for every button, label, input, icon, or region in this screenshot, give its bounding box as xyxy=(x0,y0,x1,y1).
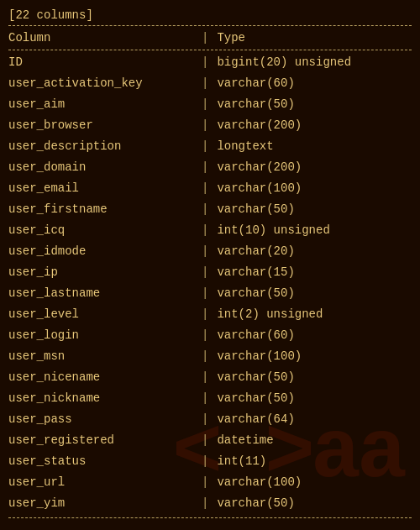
table-cell-column-type: datetime xyxy=(217,432,412,449)
table-cell-column-name: user_registered xyxy=(8,432,202,449)
terminal-container: < >aa [22 columns] Column | Type ID|bigi… xyxy=(0,0,420,530)
table-cell-column-type: varchar(64) xyxy=(217,411,412,428)
table-cell-column-type: longtext xyxy=(217,138,412,155)
col-separator-row: | xyxy=(202,306,208,323)
table-row: user_pass|varchar(64) xyxy=(0,409,420,430)
table-row: user_idmode|varchar(20) xyxy=(0,241,420,262)
table-cell-column-type: int(10) unsigned xyxy=(217,222,412,239)
table-cell-column-name: user_email xyxy=(8,180,202,197)
table-cell-column-name: user_nickname xyxy=(8,390,202,407)
table-cell-column-name: user_description xyxy=(8,138,202,155)
table-cell-column-name: user_msn xyxy=(8,348,202,365)
table-row: user_activation_key|varchar(60) xyxy=(0,73,420,94)
table-cell-column-type: varchar(50) xyxy=(217,369,412,386)
col-header-type: Type xyxy=(217,31,412,45)
col-separator-row: | xyxy=(202,96,208,113)
table-row: user_msn|varchar(100) xyxy=(0,346,420,367)
table-row: user_description|longtext xyxy=(0,136,420,157)
table-row: user_level|int(2) unsigned xyxy=(0,304,420,325)
table-cell-column-name: user_icq xyxy=(8,222,202,239)
col-separator-row: | xyxy=(202,180,208,197)
col-separator-row: | xyxy=(202,75,208,92)
table-row: user_status|int(11) xyxy=(0,451,420,472)
col-separator-row: | xyxy=(202,222,208,239)
col-separator-row: | xyxy=(202,411,208,428)
divider-bottom xyxy=(8,517,412,518)
table-cell-column-type: varchar(60) xyxy=(217,327,412,344)
table-row: user_email|varchar(100) xyxy=(0,178,420,199)
table-row: user_ip|varchar(15) xyxy=(0,262,420,283)
table-row: ID|bigint(20) unsigned xyxy=(0,52,420,73)
table-row: user_domain|varchar(200) xyxy=(0,157,420,178)
table-cell-column-type: varchar(60) xyxy=(217,75,412,92)
table-cell-column-name: user_browser xyxy=(8,117,202,134)
col-separator-row: | xyxy=(202,453,208,470)
col-separator-row: | xyxy=(202,369,208,386)
table-cell-column-type: varchar(100) xyxy=(217,348,412,365)
col-separator-row: | xyxy=(202,54,208,71)
col-separator-header: | xyxy=(202,31,208,45)
table-row: user_nicename|varchar(50) xyxy=(0,367,420,388)
table-cell-column-type: int(2) unsigned xyxy=(217,306,412,323)
table-cell-column-type: bigint(20) unsigned xyxy=(217,54,412,71)
table-row: user_lastname|varchar(50) xyxy=(0,283,420,304)
table-cell-column-name: user_lastname xyxy=(8,285,202,302)
col-separator-row: | xyxy=(202,117,208,134)
table-row: user_login|varchar(60) xyxy=(0,325,420,346)
table-cell-column-type: varchar(15) xyxy=(217,264,412,281)
col-separator-row: | xyxy=(202,390,208,407)
col-separator-row: | xyxy=(202,432,208,449)
col-separator-row: | xyxy=(202,243,208,260)
table-row: user_aim|varchar(50) xyxy=(0,94,420,115)
table-cell-column-name: user_yim xyxy=(8,495,202,512)
table-cell-column-type: varchar(50) xyxy=(217,390,412,407)
table-row: user_nickname|varchar(50) xyxy=(0,388,420,409)
table-cell-column-type: varchar(200) xyxy=(217,117,412,134)
divider-top xyxy=(8,25,412,26)
col-separator-row: | xyxy=(202,201,208,218)
col-separator-row: | xyxy=(202,327,208,344)
col-separator-row: | xyxy=(202,138,208,155)
table-body: ID|bigint(20) unsigneduser_activation_ke… xyxy=(0,52,420,514)
col-separator-row: | xyxy=(202,264,208,281)
table-cell-column-name: user_ip xyxy=(8,264,202,281)
col-header-name: Column xyxy=(8,31,202,45)
table-cell-column-name: user_aim xyxy=(8,96,202,113)
table-cell-column-name: ID xyxy=(8,54,202,71)
table-cell-column-type: int(11) xyxy=(217,453,412,470)
table-cell-column-name: user_domain xyxy=(8,159,202,176)
table-cell-column-name: user_activation_key xyxy=(8,75,202,92)
divider-mid xyxy=(8,50,412,50)
table-cell-column-name: user_idmode xyxy=(8,243,202,260)
table-row: user_firstname|varchar(50) xyxy=(0,199,420,220)
col-separator-row: | xyxy=(202,474,208,491)
table-cell-column-name: user_pass xyxy=(8,411,202,428)
table-cell-column-name: user_login xyxy=(8,327,202,344)
table-row: user_registered|datetime xyxy=(0,430,420,451)
table-cell-column-name: user_nicename xyxy=(8,369,202,386)
table-cell-column-name: user_firstname xyxy=(8,201,202,218)
table-row: user_browser|varchar(200) xyxy=(0,115,420,136)
table-cell-column-name: user_level xyxy=(8,306,202,323)
table-row: user_url|varchar(100) xyxy=(0,472,420,493)
table-cell-column-type: varchar(20) xyxy=(217,243,412,260)
table-cell-column-type: varchar(100) xyxy=(217,474,412,491)
col-separator-row: | xyxy=(202,495,208,512)
header-columns-label: [22 columns] xyxy=(0,7,420,24)
table-cell-column-type: varchar(50) xyxy=(217,285,412,302)
table-row: user_yim|varchar(50) xyxy=(0,493,420,514)
table-cell-column-type: varchar(100) xyxy=(217,180,412,197)
table-cell-column-name: user_status xyxy=(8,453,202,470)
table-cell-column-name: user_url xyxy=(8,474,202,491)
col-separator-row: | xyxy=(202,159,208,176)
col-separator-row: | xyxy=(202,285,208,302)
table-cell-column-type: varchar(50) xyxy=(217,96,412,113)
table-cell-column-type: varchar(200) xyxy=(217,159,412,176)
table-cell-column-type: varchar(50) xyxy=(217,201,412,218)
table-row: user_icq|int(10) unsigned xyxy=(0,220,420,241)
table-cell-column-type: varchar(50) xyxy=(217,495,412,512)
column-headers: Column | Type xyxy=(0,28,420,48)
col-separator-row: | xyxy=(202,348,208,365)
